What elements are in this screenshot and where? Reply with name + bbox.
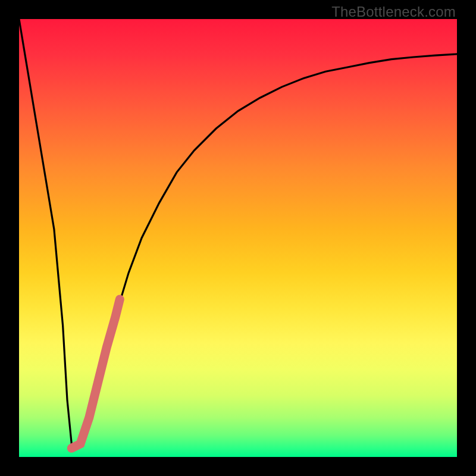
- bottleneck-curve: [19, 19, 457, 448]
- plot-area: [19, 19, 457, 457]
- highlight-segment: [71, 299, 120, 448]
- chart-frame: TheBottleneck.com: [0, 0, 476, 476]
- curve-layer: [19, 19, 457, 457]
- watermark-text: TheBottleneck.com: [331, 4, 456, 20]
